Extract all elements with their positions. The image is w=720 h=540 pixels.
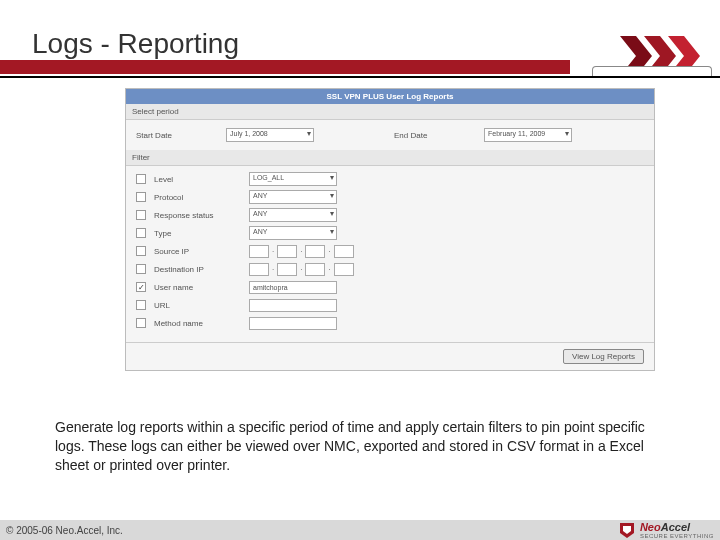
end-date-label: End Date	[394, 131, 444, 140]
method-checkbox[interactable]	[136, 318, 146, 328]
response-select[interactable]: ANY	[249, 208, 337, 222]
dstip-input[interactable]: ...	[249, 263, 354, 276]
url-input[interactable]	[249, 299, 337, 312]
method-input[interactable]	[249, 317, 337, 330]
period-section: Select period	[126, 104, 654, 120]
user-label: User name	[154, 283, 249, 292]
brand-tagline: SECURE EVERYTHING	[640, 533, 714, 539]
brand-logo: NeoAccel SECURE EVERYTHING	[618, 521, 714, 539]
level-select[interactable]: LOG_ALL	[249, 172, 337, 186]
protocol-select[interactable]: ANY	[249, 190, 337, 204]
red-bar	[0, 60, 570, 74]
user-checkbox[interactable]: ✓	[136, 282, 146, 292]
response-checkbox[interactable]	[136, 210, 146, 220]
level-checkbox[interactable]	[136, 174, 146, 184]
description-text: Generate log reports within a specific p…	[55, 418, 665, 475]
level-label: Level	[154, 175, 249, 184]
protocol-label: Protocol	[154, 193, 249, 202]
protocol-checkbox[interactable]	[136, 192, 146, 202]
filter-section: Filter	[126, 150, 654, 166]
type-label: Type	[154, 229, 249, 238]
divider	[0, 76, 720, 78]
end-date-select[interactable]: February 11, 2009	[484, 128, 572, 142]
page-title: Logs - Reporting	[0, 0, 720, 60]
srcip-label: Source IP	[154, 247, 249, 256]
start-date-select[interactable]: July 1, 2008	[226, 128, 314, 142]
report-panel: SSL VPN PLUS User Log Reports Select per…	[125, 88, 655, 371]
type-checkbox[interactable]	[136, 228, 146, 238]
panel-title: SSL VPN PLUS User Log Reports	[126, 89, 654, 104]
dstip-checkbox[interactable]	[136, 264, 146, 274]
user-input[interactable]: amitchopra	[249, 281, 337, 294]
tab-cutout	[592, 66, 712, 76]
response-label: Response status	[154, 211, 249, 220]
srcip-checkbox[interactable]	[136, 246, 146, 256]
type-select[interactable]: ANY	[249, 226, 337, 240]
dstip-label: Destination IP	[154, 265, 249, 274]
view-reports-button[interactable]: View Log Reports	[563, 349, 644, 364]
footer: © 2005-06 Neo.Accel, Inc. NeoAccel SECUR…	[0, 520, 720, 540]
start-date-label: Start Date	[136, 131, 186, 140]
url-label: URL	[154, 301, 249, 310]
url-checkbox[interactable]	[136, 300, 146, 310]
shield-icon	[618, 521, 636, 539]
method-label: Method name	[154, 319, 249, 328]
copyright: © 2005-06 Neo.Accel, Inc.	[6, 525, 123, 536]
srcip-input[interactable]: ...	[249, 245, 354, 258]
